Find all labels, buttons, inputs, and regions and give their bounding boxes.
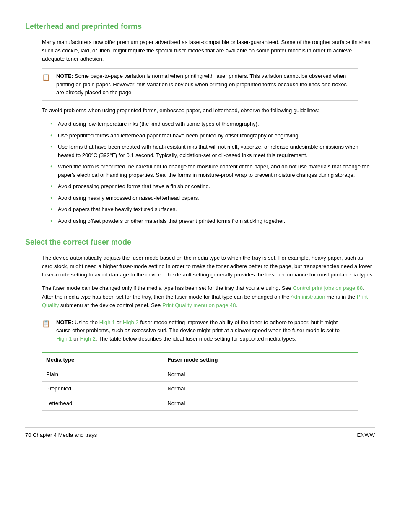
link-print-quality-menu[interactable]: Print Quality menu on page 48 <box>162 302 236 308</box>
section1-intro: Many manufacturers now offer premium pap… <box>42 38 375 63</box>
list-item: Use preprinted forms and letterhead pape… <box>50 132 375 140</box>
table-row: PlainNormal <box>42 367 358 382</box>
fuser-mode-table: Media type Fuser mode setting PlainNorma… <box>42 352 358 411</box>
col-media-type: Media type <box>42 353 163 367</box>
note-label-2: NOTE: <box>56 319 73 325</box>
note2-text1: Using the <box>75 319 99 325</box>
section-fuser: Select the correct fuser mode The device… <box>25 237 375 411</box>
footer-left: 70 Chapter 4 Media and trays <box>25 431 97 439</box>
note-content-2: NOTE: Using the High 1 or High 2 fuser m… <box>56 318 352 343</box>
table-row: LetterheadNormal <box>42 396 358 411</box>
note-content-1: NOTE: Some page-to-page variation is nor… <box>56 72 352 97</box>
para2-text3: menu in the <box>325 294 356 300</box>
table-header-row: Media type Fuser mode setting <box>42 353 358 367</box>
section1-heading: Letterhead and preprinted forms <box>25 21 375 32</box>
note-box-1: 📋 NOTE: Some page-to-page variation is n… <box>42 68 358 101</box>
list-item: Avoid processing preprinted forms that h… <box>50 182 375 191</box>
list-item: Use forms that have been created with he… <box>50 143 375 159</box>
list-item: Avoid using heavily embossed or raised-l… <box>50 194 375 202</box>
table-cell-setting: Normal <box>163 367 358 382</box>
link-high1-note[interactable]: High 1 <box>99 319 115 325</box>
note-label-1: NOTE: <box>56 73 73 79</box>
page-footer: 70 Chapter 4 Media and trays ENWW <box>25 427 375 439</box>
list-item: Avoid using offset powders or other mate… <box>50 217 375 225</box>
link-high2-note[interactable]: High 2 <box>123 319 139 325</box>
note-icon-2: 📋 <box>42 319 53 329</box>
note-text-1: Some page-to-page variation is normal wh… <box>56 73 347 96</box>
note2-text4: or <box>72 336 80 342</box>
section2-heading: Select the correct fuser mode <box>25 237 375 248</box>
note-box-2: 📋 NOTE: Using the High 1 or High 2 fuser… <box>42 315 358 347</box>
section-letterhead: Letterhead and preprinted forms Many man… <box>25 21 375 225</box>
table-cell-media: Plain <box>42 367 163 382</box>
table-cell-setting: Normal <box>163 382 358 396</box>
link-high2-note2[interactable]: High 2 <box>80 336 96 342</box>
para2-text1: The fuser mode can be changed only if th… <box>42 285 293 291</box>
table-cell-media: Letterhead <box>42 396 163 411</box>
list-item: Avoid using low-temperature inks (the ki… <box>50 120 375 128</box>
col-fuser-setting: Fuser mode setting <box>163 353 358 367</box>
table-cell-setting: Normal <box>163 396 358 411</box>
section2-para1: The device automatically adjusts the fus… <box>42 254 375 279</box>
table-cell-media: Preprinted <box>42 382 163 396</box>
note2-text5: . The table below describes the ideal fu… <box>96 336 296 342</box>
bullet-list-1: Avoid using low-temperature inks (the ki… <box>50 120 375 225</box>
table-body: PlainNormalPreprintedNormalLetterheadNor… <box>42 367 358 411</box>
link-high1-note2[interactable]: High 1 <box>56 336 72 342</box>
link-administration[interactable]: Administration <box>291 294 325 300</box>
section2-para2: The fuser mode can be changed only if th… <box>42 284 375 309</box>
footer-right: ENWW <box>357 431 375 439</box>
list-item: When the form is preprinted, be careful … <box>50 163 375 179</box>
list-item: Avoid papers that have heavily textured … <box>50 205 375 214</box>
table-row: PreprintedNormal <box>42 382 358 396</box>
para2-text5: . <box>236 302 238 308</box>
para2-text4: submenu at the device control panel. See <box>59 302 162 308</box>
note2-text2: or <box>115 319 123 325</box>
note-icon-1: 📋 <box>42 72 53 83</box>
guidelines-intro: To avoid problems when using preprinted … <box>42 106 375 115</box>
link-control-print-jobs[interactable]: Control print jobs on page 88 <box>293 285 363 291</box>
